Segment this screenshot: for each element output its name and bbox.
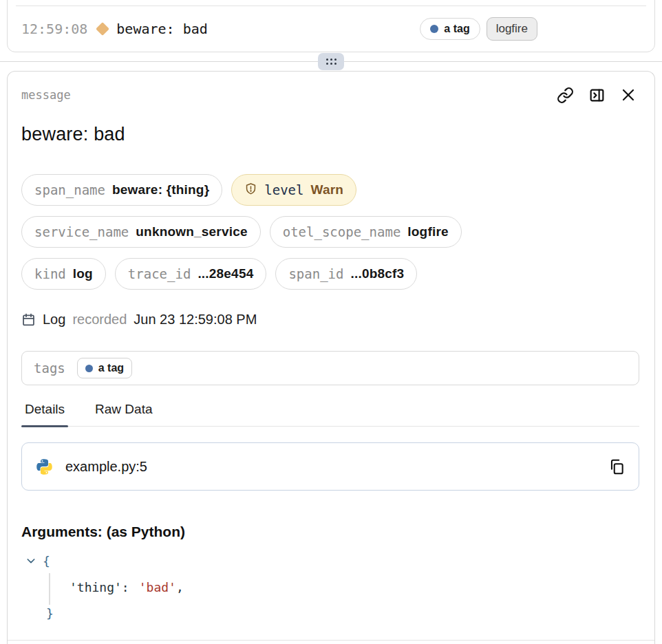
pill-key: trace_id: [128, 266, 191, 281]
pill-key: otel_scope_name: [283, 224, 401, 239]
code-comma: ,: [176, 580, 184, 594]
pill-trace-id[interactable]: trace_id ...28e454: [115, 258, 267, 290]
attribute-pills: span_name beware: {thing} level Warn ser…: [21, 174, 639, 290]
pill-level-warn[interactable]: level Warn: [231, 174, 356, 206]
pill-key: span_name: [34, 182, 105, 197]
recorded-line: Log recorded Jun 23 12:59:08 PM: [21, 312, 639, 328]
source-location[interactable]: example.py:5: [21, 442, 639, 491]
calendar-icon: [21, 312, 36, 327]
pill-service-name[interactable]: service_name unknown_service: [21, 216, 261, 248]
logfire-screen: 12:59:08 beware: bad a tag logfire messa…: [0, 0, 662, 644]
python-logo-icon: [35, 458, 54, 476]
scope-badge[interactable]: logfire: [487, 17, 537, 41]
pill-value: ...28e454: [197, 266, 253, 281]
log-row-badges: a tag logfire: [420, 17, 537, 41]
pill-kind[interactable]: kind log: [21, 258, 106, 290]
detail-tabs: Details Raw Data: [21, 402, 639, 427]
copy-link-button[interactable]: [557, 87, 574, 104]
pill-value: Warn: [310, 182, 343, 197]
pane-splitter: [0, 52, 662, 71]
panel-header-label: message: [21, 88, 71, 102]
log-timestamp: 12:59:08: [21, 21, 87, 37]
shield-exclamation-icon: [244, 182, 257, 198]
pill-key: kind: [34, 266, 66, 281]
indent-guide: [49, 573, 50, 605]
pill-key: service_name: [34, 224, 129, 239]
open-brace: {: [43, 554, 50, 568]
open-in-panel-button[interactable]: [588, 87, 606, 104]
close-button[interactable]: [620, 87, 637, 103]
tags-label: tags: [34, 361, 65, 376]
panel-actions: [557, 87, 637, 104]
log-message: beware: bad: [116, 21, 207, 37]
recorded-entity: Log: [43, 312, 65, 328]
recorded-datetime: Jun 23 12:59:08 PM: [134, 312, 257, 328]
recorded-verb: recorded: [72, 312, 127, 328]
arguments-code: { 'thing': 'bad' , }: [21, 548, 639, 626]
tab-details[interactable]: Details: [21, 402, 68, 426]
tag-badge-label: a tag: [444, 23, 469, 35]
tag-badge[interactable]: a tag: [420, 18, 480, 40]
pill-span-id[interactable]: span_id ...0b8cf3: [275, 258, 417, 290]
drag-dots-icon: [326, 58, 337, 65]
source-file: example.py:5: [65, 459, 147, 475]
panel-bottom-divider: [8, 640, 654, 641]
code-string-value: 'bad': [139, 580, 176, 594]
pill-value: ...0b8cf3: [351, 266, 405, 281]
detail-panel: message beware: bad span_name beware: {t…: [7, 71, 655, 644]
copy-icon: [608, 458, 626, 475]
tag-chip-label: a tag: [98, 362, 124, 374]
pill-value: beware: {thing}: [112, 182, 209, 197]
pill-key: span_id: [288, 266, 343, 281]
pill-key: level: [264, 182, 303, 197]
drag-handle[interactable]: [318, 53, 344, 70]
tag-chip[interactable]: a tag: [77, 358, 132, 378]
link-icon: [557, 87, 574, 104]
close-icon: [620, 87, 637, 103]
tag-dot-icon: [430, 25, 438, 33]
arguments-heading: Arguments: (as Python): [21, 524, 639, 540]
pill-value: unknown_service: [136, 224, 247, 239]
log-row[interactable]: 12:59:08 beware: bad a tag logfire: [8, 6, 654, 52]
log-list-card: 12:59:08 beware: bad a tag logfire: [7, 0, 655, 52]
pill-value: logfire: [407, 224, 448, 239]
diamond-icon: [96, 22, 109, 36]
copy-source-button[interactable]: [608, 458, 626, 475]
tags-box: tags a tag: [21, 351, 639, 385]
close-brace: }: [46, 606, 54, 621]
pill-otel-scope-name[interactable]: otel_scope_name logfire: [270, 216, 462, 248]
panel-header: message: [21, 85, 639, 105]
chevron-down-icon[interactable]: [25, 555, 36, 566]
span-title: beware: bad: [21, 124, 639, 145]
pill-value: log: [73, 266, 93, 281]
open-in-panel-icon: [588, 87, 606, 104]
tab-raw-data[interactable]: Raw Data: [92, 402, 156, 426]
pill-span-name[interactable]: span_name beware: {thing}: [21, 174, 222, 206]
code-key: 'thing':: [70, 580, 129, 594]
tag-dot-icon: [85, 365, 93, 372]
